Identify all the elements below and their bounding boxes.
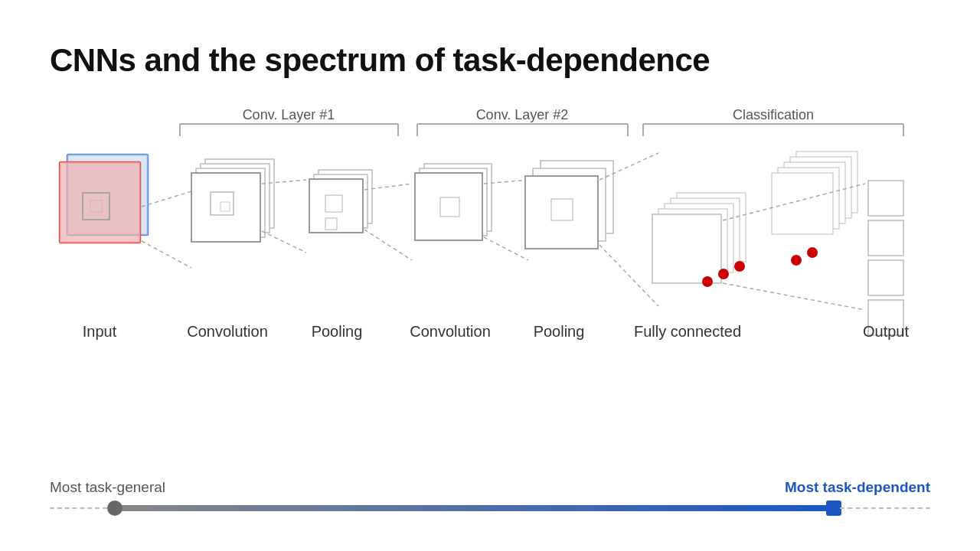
svg-text:Output: Output <box>863 323 909 340</box>
svg-rect-30 <box>309 179 363 233</box>
slider-fill <box>115 505 835 511</box>
svg-point-57 <box>702 276 713 287</box>
label-general: Most task-general <box>50 479 165 496</box>
svg-line-46 <box>599 245 658 306</box>
svg-line-27 <box>262 231 306 253</box>
svg-point-60 <box>791 255 802 266</box>
diagram-area: Conv. Layer #1 Conv. Layer #2 Classifica… <box>31 107 949 429</box>
svg-point-59 <box>734 261 745 272</box>
label-dependent: Most task-dependent <box>785 479 930 496</box>
svg-rect-23 <box>191 173 260 242</box>
slider-handle-right[interactable] <box>826 500 841 516</box>
svg-rect-64 <box>868 181 903 216</box>
svg-line-18 <box>142 191 191 207</box>
svg-text:Pooling: Pooling <box>312 323 363 340</box>
slider-track <box>50 505 930 511</box>
dashed-left <box>50 507 115 509</box>
svg-text:Pooling: Pooling <box>534 323 585 340</box>
cnn-diagram: Conv. Layer #1 Conv. Layer #2 Classifica… <box>31 107 949 413</box>
svg-text:Fully connected: Fully connected <box>634 323 741 340</box>
svg-text:Classification: Classification <box>733 107 814 122</box>
svg-line-40 <box>484 237 528 260</box>
slider-handle-left[interactable] <box>107 500 122 516</box>
svg-rect-56 <box>652 214 721 283</box>
svg-text:Input: Input <box>83 323 117 340</box>
svg-rect-51 <box>772 173 833 234</box>
dashed-right <box>840 507 930 509</box>
svg-rect-15 <box>60 162 140 243</box>
svg-line-34 <box>364 230 412 260</box>
svg-text:Convolution: Convolution <box>187 323 268 340</box>
svg-point-61 <box>807 247 818 258</box>
svg-rect-65 <box>868 220 903 256</box>
svg-rect-43 <box>525 176 598 249</box>
svg-text:Convolution: Convolution <box>410 323 491 340</box>
svg-rect-37 <box>415 173 482 240</box>
page-title: CNNs and the spectrum of task-dependence <box>50 42 710 79</box>
svg-point-58 <box>718 269 729 279</box>
svg-line-19 <box>142 241 191 268</box>
slider-area: Most task-general Most task-dependent <box>50 479 930 511</box>
svg-text:Conv. Layer #1: Conv. Layer #1 <box>243 107 335 122</box>
svg-text:Conv. Layer #2: Conv. Layer #2 <box>476 107 569 122</box>
svg-line-63 <box>723 283 865 310</box>
svg-rect-66 <box>868 260 903 295</box>
